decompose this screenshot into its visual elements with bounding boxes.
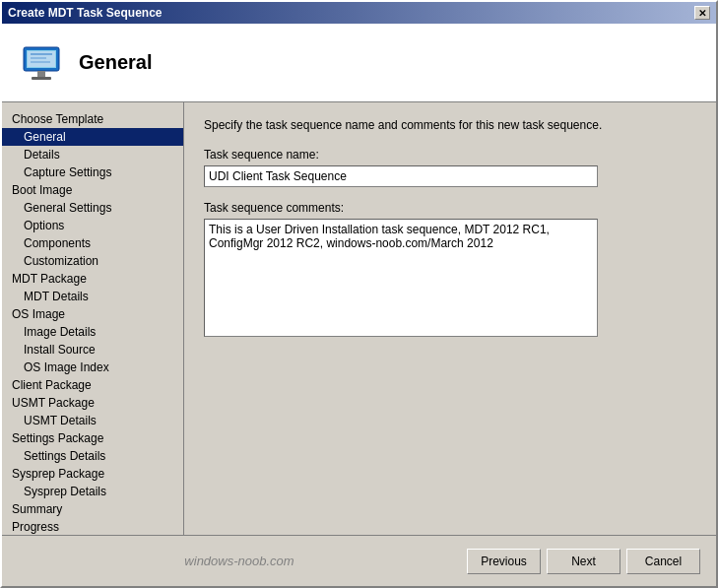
sidebar: Choose TemplateGeneralDetailsCapture Set… — [2, 102, 184, 535]
svg-rect-6 — [31, 57, 46, 59]
sidebar-item-general-settings[interactable]: General Settings — [2, 199, 183, 217]
sidebar-item-os-image-index[interactable]: OS Image Index — [2, 359, 183, 376]
content-area: Choose TemplateGeneralDetailsCapture Set… — [2, 102, 716, 535]
sidebar-item-summary: Summary — [2, 500, 183, 518]
svg-rect-2 — [37, 71, 45, 77]
svg-rect-7 — [31, 61, 50, 63]
main-content: Specify the task sequence name and comme… — [184, 102, 716, 535]
comments-form-group: Task sequence comments: — [204, 201, 696, 340]
sidebar-item-os-image: OS Image — [2, 305, 183, 323]
window-title: Create MDT Task Sequence — [8, 6, 163, 20]
next-button[interactable]: Next — [547, 549, 620, 574]
sidebar-item-components[interactable]: Components — [2, 234, 183, 252]
svg-rect-3 — [32, 77, 51, 80]
sidebar-item-progress: Progress — [2, 518, 183, 535]
close-button[interactable]: ✕ — [694, 6, 710, 20]
header-title: General — [79, 51, 152, 74]
name-input[interactable] — [204, 165, 598, 187]
sidebar-item-capture-settings[interactable]: Capture Settings — [2, 163, 183, 181]
sidebar-item-customization[interactable]: Customization — [2, 252, 183, 270]
sidebar-item-usmt-details[interactable]: USMT Details — [2, 412, 183, 429]
sidebar-item-mdt-details[interactable]: MDT Details — [2, 288, 183, 305]
sidebar-item-settings-details[interactable]: Settings Details — [2, 447, 183, 465]
title-bar: Create MDT Task Sequence ✕ — [2, 2, 716, 24]
watermark: windows-noob.com — [18, 554, 461, 568]
sidebar-item-choose-template: Choose Template — [2, 110, 183, 128]
sidebar-item-boot-image: Boot Image — [2, 181, 183, 199]
sidebar-item-install-source[interactable]: Install Source — [2, 341, 183, 359]
header-icon — [18, 39, 65, 87]
name-label: Task sequence name: — [204, 148, 696, 162]
comments-label: Task sequence comments: — [204, 201, 696, 215]
instruction-text: Specify the task sequence name and comme… — [204, 118, 696, 132]
cancel-button[interactable]: Cancel — [626, 549, 700, 574]
name-form-group: Task sequence name: — [204, 148, 696, 187]
sidebar-item-mdt-package: MDT Package — [2, 270, 183, 288]
svg-rect-5 — [31, 53, 52, 55]
sidebar-item-details[interactable]: Details — [2, 146, 183, 163]
sidebar-item-client-package: Client Package — [2, 376, 183, 394]
sidebar-item-usmt-package: USMT Package — [2, 394, 183, 412]
sidebar-item-image-details[interactable]: Image Details — [2, 323, 183, 341]
sidebar-item-sysprep-package: Sysprep Package — [2, 465, 183, 483]
previous-button[interactable]: Previous — [467, 549, 541, 574]
footer: windows-noob.com Previous Next Cancel — [2, 535, 716, 586]
main-window: Create MDT Task Sequence ✕ General — [0, 0, 718, 588]
header-section: General — [2, 24, 716, 102]
comments-textarea[interactable] — [204, 219, 598, 337]
sidebar-item-options[interactable]: Options — [2, 217, 183, 234]
sidebar-item-general[interactable]: General — [2, 128, 183, 146]
sidebar-item-sysprep-details[interactable]: Sysprep Details — [2, 483, 183, 500]
sidebar-item-settings-package: Settings Package — [2, 429, 183, 447]
